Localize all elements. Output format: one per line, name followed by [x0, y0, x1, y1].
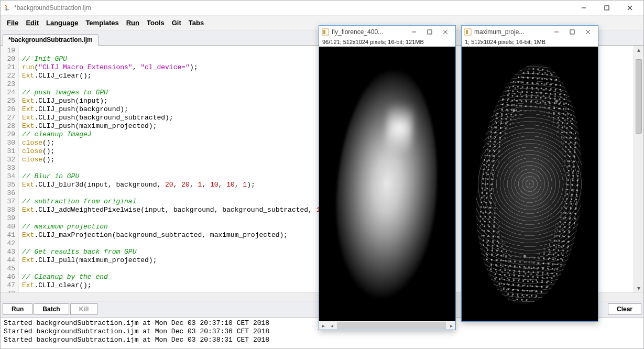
menu-tabs[interactable]: Tabs	[185, 18, 207, 28]
image1-minimize-button[interactable]	[406, 26, 422, 38]
image1-slice-scrollbar[interactable]: ▸ ◂ ▸	[319, 321, 455, 330]
scroll-right-icon[interactable]: ▸	[447, 323, 455, 329]
scroll-left-icon[interactable]: ▸	[319, 323, 328, 329]
menu-file[interactable]: File	[4, 18, 21, 28]
menu-tools[interactable]: Tools	[144, 18, 168, 28]
java-icon	[3, 4, 11, 12]
menu-git[interactable]: Git	[169, 18, 184, 28]
image-window-maxproj[interactable]: maximum_proje... 1; 512x1024 pixels; 16-…	[461, 25, 598, 322]
image1-content	[330, 66, 445, 302]
image-window-fly[interactable]: fly_florence_400... 96/121; 512x1024 pix…	[319, 25, 456, 330]
image2-minimize-button[interactable]	[549, 26, 564, 38]
image2-content	[469, 60, 591, 308]
titlebar: *backgroundSubtraction.ijm	[1, 1, 643, 16]
svg-rect-11	[466, 30, 468, 34]
clear-button[interactable]: Clear	[608, 303, 641, 315]
image1-metadata: 96/121; 512x1024 pixels; 16-bit; 121MB	[319, 38, 455, 47]
tab-script[interactable]: *backgroundSubtraction.ijm	[3, 34, 99, 46]
image1-maximize-button[interactable]	[422, 26, 438, 38]
slice-thumb[interactable]	[337, 322, 445, 329]
line-gutter: 1920212223242526272829303132333435363738…	[1, 46, 19, 292]
image1-close-button[interactable]	[438, 26, 453, 38]
scrollbar-thumb[interactable]	[636, 59, 642, 134]
image1-canvas[interactable]	[319, 47, 455, 321]
image2-metadata: 1; 512x1024 pixels; 16-bit; 1MB	[462, 38, 598, 47]
menu-edit[interactable]: Edit	[23, 18, 42, 28]
menu-run[interactable]: Run	[123, 18, 143, 28]
run-button[interactable]: Run	[3, 303, 32, 315]
maximize-button[interactable]	[595, 1, 618, 15]
imagej-icon	[464, 28, 472, 36]
svg-rect-7	[428, 30, 432, 34]
editor-vertical-scrollbar[interactable]: ▴ ▾	[634, 46, 643, 292]
image1-titlebar[interactable]: fly_florence_400...	[319, 26, 455, 38]
svg-rect-1	[605, 6, 609, 10]
window-title: *backgroundSubtraction.ijm	[14, 4, 91, 12]
image2-title: maximum_proje...	[474, 28, 524, 36]
batch-button[interactable]: Batch	[34, 303, 69, 315]
minimize-button[interactable]	[572, 1, 595, 15]
svg-rect-13	[570, 30, 574, 34]
close-button[interactable]	[618, 1, 641, 15]
image2-canvas[interactable]	[462, 47, 598, 321]
menu-templates[interactable]: Templates	[82, 18, 122, 28]
scroll-down-icon[interactable]: ▾	[635, 284, 643, 292]
menu-language[interactable]: Language	[43, 18, 81, 28]
imagej-icon	[321, 28, 330, 36]
scroll-left-icon[interactable]: ◂	[328, 323, 336, 329]
image2-titlebar[interactable]: maximum_proje...	[462, 26, 598, 38]
scroll-up-icon[interactable]: ▴	[635, 46, 643, 54]
svg-rect-5	[323, 30, 325, 34]
image2-close-button[interactable]	[580, 26, 596, 38]
image1-title: fly_florence_400...	[332, 28, 383, 36]
kill-button[interactable]: Kill	[70, 303, 98, 315]
image2-maximize-button[interactable]	[564, 26, 580, 38]
